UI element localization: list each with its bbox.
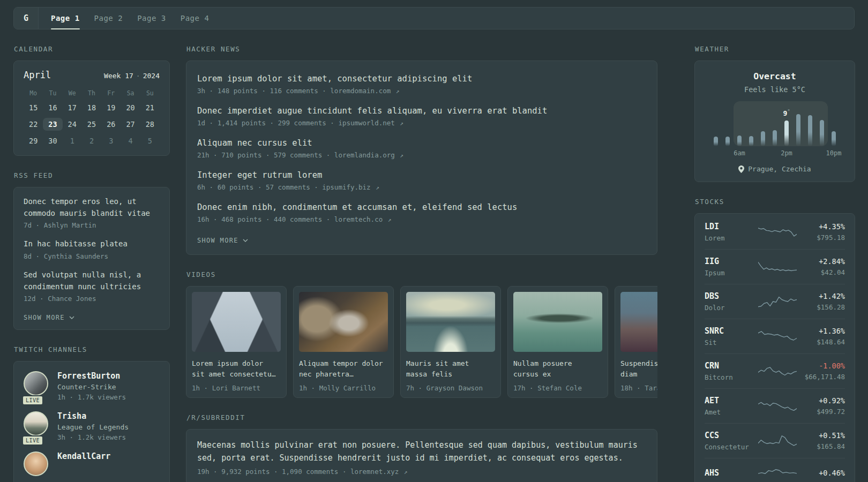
stock-right: +1.36%$148.64 <box>798 327 845 346</box>
video-card[interactable]: Mauris sit ametmassa felis7h · Grayson D… <box>400 286 501 398</box>
app-logo[interactable]: G <box>14 7 39 29</box>
video-meta: 1h · Lori Barnett <box>192 384 281 392</box>
tab-page-3[interactable]: Page 3 <box>137 7 166 29</box>
weather-feels-like: Feels like 5°C <box>705 85 845 94</box>
stock-change: +1.36% <box>798 327 845 335</box>
weekday-label: Sa <box>121 89 140 97</box>
rss-item-title[interactable]: In hac habitasse platea <box>24 238 160 250</box>
subreddit-post-list: Maecenas mollis pulvinar erat non posuer… <box>197 439 646 476</box>
video-card[interactable]: Suspendissediam18h · Tara <box>615 286 657 398</box>
stock-name: Consectetur <box>705 443 757 451</box>
sparkline-chart <box>758 329 797 344</box>
stock-sparkline <box>757 259 798 274</box>
video-thumbnail[interactable] <box>192 292 281 352</box>
stock-name: Dolor <box>705 304 757 312</box>
item-meta: 3h · 148 points · 116 comments · loremdo… <box>197 87 646 95</box>
twitch-channel-row[interactable]: LIVETrishaLeague of Legends3h · 1.2k vie… <box>24 411 160 441</box>
stock-name: Amet <box>705 408 757 416</box>
stock-change: +4.35% <box>798 222 845 231</box>
twitch-channel-info: TrishaLeague of Legends3h · 1.2k viewers <box>57 411 129 441</box>
stock-symbol: SNRC <box>705 326 757 336</box>
avatar <box>24 451 48 476</box>
sparkline-chart <box>758 433 797 448</box>
weather-bar <box>832 131 836 146</box>
stock-row-iig[interactable]: IIGIpsum+2.84%$42.04 <box>705 249 845 284</box>
rss-show-more-button[interactable]: SHOW MORE <box>24 314 74 321</box>
weather-bar <box>808 115 812 146</box>
calendar-day: 26 <box>101 116 121 132</box>
video-card[interactable]: Nullam posuerecursus ex17h · Stefan Cole <box>507 286 608 398</box>
hacker-news-title[interactable]: Donec imperdiet augue tincidunt felis al… <box>197 106 646 116</box>
hacker-news-widget: Lorem ipsum dolor sit amet, consectetur … <box>186 61 657 255</box>
hacker-news-title[interactable]: Lorem ipsum dolor sit amet, consectetur … <box>197 74 646 84</box>
hacker-news-title[interactable]: Integer eget rutrum lorem <box>197 170 646 180</box>
hacker-news-item: Donec imperdiet augue tincidunt felis al… <box>197 106 646 127</box>
hacker-news-title[interactable]: Donec enim nibh, condimentum et accumsan… <box>197 202 646 212</box>
stock-symbol: AHS <box>705 468 757 478</box>
stock-sparkline <box>757 294 798 309</box>
calendar-day: 3 <box>101 132 121 149</box>
stock-row-dbs[interactable]: DBSDolor+1.42%$156.28 <box>705 284 845 319</box>
video-thumbnail[interactable] <box>406 292 495 352</box>
video-thumbnail[interactable] <box>513 292 602 352</box>
calendar-widget: April Week 17·2024 MoTuWeThFrSaSu 151617… <box>13 61 170 156</box>
weather-time-tick: 10pm <box>826 149 842 157</box>
video-card[interactable]: Aliquam tempor dolornec pharetra…1h · Mo… <box>293 286 394 398</box>
weather-location-label: Prague, Czechia <box>748 165 811 173</box>
stock-sparkline <box>757 465 798 480</box>
hacker-news-title[interactable]: Aliquam nec cursus elit <box>197 138 646 148</box>
video-card[interactable]: Lorem ipsum dolorsit amet consectetu…1h … <box>186 286 287 398</box>
twitch-channel-row[interactable]: LIVEForrestBurtonCounter-Strike1h · 1.7k… <box>24 371 160 401</box>
subreddit-section-title: /R/SUBREDDIT <box>186 413 657 421</box>
calendar-day: 27 <box>121 116 140 132</box>
calendar-day: 16 <box>43 99 62 116</box>
weather-bar <box>749 136 753 146</box>
twitch-channel-name[interactable]: ForrestBurton <box>57 371 126 381</box>
video-title: Mauris sit ametmassa felis <box>406 358 495 380</box>
stock-change: +2.84% <box>798 257 845 266</box>
calendar-day: 2 <box>82 132 101 149</box>
weekday-label: Fr <box>101 89 121 97</box>
weather-bars <box>714 114 836 146</box>
tab-page-4[interactable]: Page 4 <box>181 7 209 29</box>
stock-row-ldi[interactable]: LDILorem+4.35%$795.18 <box>705 215 845 249</box>
weather-bar <box>773 130 777 146</box>
stock-left: DBSDolor <box>705 291 757 312</box>
video-title: Nullam posuerecursus ex <box>513 358 602 380</box>
rss-item-title[interactable]: Sed volutpat nulla nisl, a condimentum n… <box>24 269 160 292</box>
tab-page-1[interactable]: Page 1 <box>51 7 80 29</box>
twitch-channel-name[interactable]: KendallCarr <box>57 451 110 461</box>
chevron-down-icon <box>243 239 248 242</box>
stock-symbol: DBS <box>705 291 757 301</box>
weather-time-tick: 2pm <box>781 149 792 157</box>
video-thumbnail[interactable] <box>299 292 388 352</box>
stock-row-aet[interactable]: AETAmet+0.92%$499.72 <box>705 388 845 423</box>
twitch-channel-row[interactable]: KendallCarr <box>24 451 160 476</box>
calendar-day: 21 <box>140 99 160 116</box>
twitch-channel-meta: 1h · 1.7k viewers <box>57 393 126 401</box>
tab-page-2[interactable]: Page 2 <box>94 7 123 29</box>
stock-row-ccs[interactable]: CCSConsectetur+0.51%$165.84 <box>705 423 845 458</box>
hackernews-show-more-button[interactable]: SHOW MORE <box>197 237 248 244</box>
stock-name: Bitcorn <box>705 373 757 381</box>
twitch-channel-name[interactable]: Trisha <box>57 411 129 421</box>
subreddit-post-title[interactable]: Maecenas mollis pulvinar erat non posuer… <box>197 439 646 464</box>
rss-item-title[interactable]: Donec tempor eros leo, ut commodo mauris… <box>24 196 160 219</box>
rss-item-list: Donec tempor eros leo, ut commodo mauris… <box>24 196 160 303</box>
stock-row-snrc[interactable]: SNRCSit+1.36%$148.64 <box>705 319 845 353</box>
weather-hourly-chart: 9°6am2pm10pm <box>714 101 836 157</box>
stock-row-ahs[interactable]: AHS+0.46% <box>705 458 845 482</box>
stock-sparkline <box>757 224 798 239</box>
video-thumbnail[interactable] <box>620 292 657 352</box>
calendar-day: 29 <box>24 132 43 149</box>
calendar-weekday-row: MoTuWeThFrSaSu <box>24 89 160 97</box>
video-title-line: diam <box>620 369 657 380</box>
stock-price: $66,171.48 <box>798 373 845 381</box>
calendar-month: April <box>24 70 51 80</box>
stock-row-list: LDILorem+4.35%$795.18IIGIpsum+2.84%$42.0… <box>705 215 845 482</box>
stock-row-crn[interactable]: CRNBitcorn-1.00%$66,171.48 <box>705 353 845 388</box>
weather-bar <box>796 114 800 146</box>
stock-left: CRNBitcorn <box>705 361 757 381</box>
stock-left: IIGIpsum <box>705 257 757 277</box>
stock-right: +0.92%$499.72 <box>798 396 845 416</box>
